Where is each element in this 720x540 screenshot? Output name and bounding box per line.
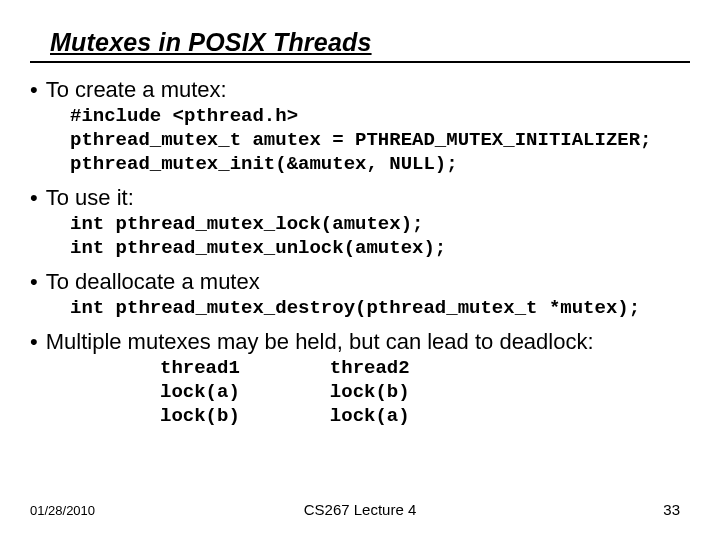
bullet-dot: • [30, 269, 38, 295]
bullet-text: To use it: [46, 185, 134, 211]
bullet-text: Multiple mutexes may be held, but can le… [46, 329, 594, 355]
bullet-text: To create a mutex: [46, 77, 227, 103]
deadlock-columns: thread1 lock(a) lock(b) thread2 lock(b) … [160, 357, 690, 428]
deadlock-col-1: thread1 lock(a) lock(b) [160, 357, 240, 428]
bullet-use: • To use it: [30, 185, 690, 211]
title-rule [30, 61, 690, 63]
bullet-dot: • [30, 329, 38, 355]
bullet-deadlock: • Multiple mutexes may be held, but can … [30, 329, 690, 355]
slide-title: Mutexes in POSIX Threads [50, 28, 690, 57]
bullet-text: To deallocate a mutex [46, 269, 260, 295]
bullet-dot: • [30, 77, 38, 103]
footer-center: CS267 Lecture 4 [0, 501, 720, 518]
footer-page: 33 [663, 501, 680, 518]
bullet-dealloc: • To deallocate a mutex [30, 269, 690, 295]
slide: Mutexes in POSIX Threads • To create a m… [0, 0, 720, 428]
code-dealloc: int pthread_mutex_destroy(pthread_mutex_… [70, 297, 690, 321]
bullet-create: • To create a mutex: [30, 77, 690, 103]
code-use: int pthread_mutex_lock(amutex); int pthr… [70, 213, 690, 261]
bullet-dot: • [30, 185, 38, 211]
code-create: #include <pthread.h> pthread_mutex_t amu… [70, 105, 690, 176]
deadlock-col-2: thread2 lock(b) lock(a) [330, 357, 410, 428]
